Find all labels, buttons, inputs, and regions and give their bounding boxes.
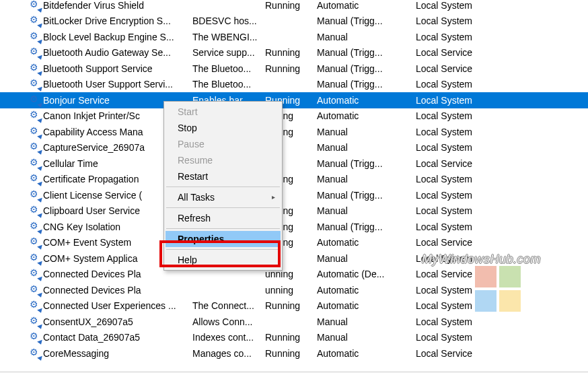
menu-pause[interactable]: Pause [166, 136, 281, 152]
table-row[interactable]: Bluetooth Support ServiceThe Bluetoo...R… [0, 61, 588, 77]
gear-icon [30, 190, 40, 201]
service-startup: Manual (Trigg... [317, 15, 416, 26]
service-logon: Local System [416, 79, 530, 90]
table-row[interactable]: Client License Service (Manual (Trigg...… [0, 187, 588, 203]
context-menu: Start Stop Pause Resume Restart All Task… [163, 101, 283, 271]
service-name: Connected User Experiences ... [43, 300, 192, 311]
service-logon: Local Service [416, 237, 530, 248]
table-row[interactable]: Canon Inkjet Printer/ScunningAutomaticLo… [0, 108, 588, 125]
service-startup: Automatic [317, 237, 416, 248]
service-logon: Local System [416, 110, 530, 121]
table-row[interactable]: Bonjour ServiceEnables har...RunningAuto… [0, 92, 588, 108]
gear-icon [30, 253, 40, 264]
service-status: Running [265, 332, 317, 343]
service-description: Manages co... [192, 348, 265, 359]
menu-start[interactable]: Start [166, 104, 281, 120]
table-row[interactable]: Connected User Experiences ...The Connec… [0, 298, 588, 314]
service-logon: Local Service [416, 269, 530, 279]
table-row[interactable]: Bluetooth User Support Servi...The Bluet… [0, 77, 588, 93]
table-row[interactable]: Connected Devices PlaunningAutomaticLoca… [0, 282, 588, 298]
service-logon: Local System [416, 95, 530, 106]
service-name: ConsentUX_26907a5 [43, 316, 192, 327]
gear-icon [30, 142, 40, 153]
service-startup: Manual (Trigg... [317, 190, 416, 201]
gear-icon [30, 285, 40, 296]
service-logon: Local System [416, 316, 530, 327]
gear-icon [30, 221, 40, 232]
gear-icon [30, 15, 40, 26]
service-logon: Local Service [416, 158, 530, 169]
service-status: Running [265, 348, 317, 359]
services-table[interactable]: Bitdefender Virus ShieldRunningAutomatic… [0, 0, 588, 362]
gear-icon [30, 332, 40, 343]
table-row[interactable]: Block Level Backup Engine S...The WBENGI… [0, 29, 588, 45]
service-startup: Manual [317, 142, 416, 153]
service-name: Bluetooth User Support Servi... [43, 79, 192, 90]
gear-icon [30, 316, 40, 327]
service-description: Indexes cont... [192, 332, 265, 343]
service-status: Running [265, 63, 317, 74]
service-description: BDESVC hos... [192, 15, 265, 26]
service-startup: Automatic (De... [317, 269, 416, 279]
service-name: Bluetooth Support Service [43, 63, 192, 74]
table-row[interactable]: Contact Data_26907a5Indexes cont...Runni… [0, 330, 588, 346]
service-logon: Local System [416, 253, 530, 264]
menu-separator [166, 249, 280, 250]
service-description: The Connect... [192, 300, 265, 311]
table-row[interactable]: Capability Access ManaunningManualLocal … [0, 124, 588, 140]
menu-resume[interactable]: Resume [166, 152, 281, 168]
gear-icon [30, 47, 40, 58]
service-startup: Automatic [317, 0, 416, 11]
table-row[interactable]: COM+ System ApplicaManualLocal System [0, 250, 588, 267]
chevron-right-icon: ▸ [272, 193, 275, 201]
table-row[interactable]: COM+ Event SystemunningAutomaticLocal Se… [0, 235, 588, 251]
service-name: CoreMessaging [43, 348, 192, 359]
table-row[interactable]: Certificate PropagationunningManualLocal… [0, 172, 588, 188]
gear-icon [30, 348, 40, 359]
menu-restart[interactable]: Restart [166, 168, 281, 184]
table-row[interactable]: Clipboard User ServiceunningManualLocal … [0, 203, 588, 219]
menu-separator [166, 207, 280, 208]
service-startup: Manual [317, 174, 416, 184]
table-row[interactable]: CoreMessagingManages co...RunningAutomat… [0, 345, 588, 362]
menu-all-tasks[interactable]: All Tasks ▸ [166, 189, 281, 205]
menu-properties[interactable]: Properties [166, 231, 281, 247]
service-status: Running [265, 47, 317, 58]
service-logon: Local System [416, 221, 530, 232]
table-row[interactable]: ConsentUX_26907a5Allows Conn...ManualLoc… [0, 314, 588, 330]
gear-icon [30, 174, 40, 184]
menu-refresh[interactable]: Refresh [166, 210, 281, 226]
service-name: Block Level Backup Engine S... [43, 32, 192, 42]
service-logon: Local System [416, 332, 530, 343]
service-name: Contact Data_26907a5 [43, 332, 192, 343]
service-name: Bitdefender Virus Shield [43, 0, 192, 11]
table-row[interactable]: Cellular TimeManual (Trigg...Local Servi… [0, 156, 588, 172]
menu-stop[interactable]: Stop [166, 120, 281, 136]
service-startup: Manual [317, 127, 416, 137]
service-description: The Bluetoo... [192, 63, 265, 74]
table-row[interactable]: BitLocker Drive Encryption S...BDESVC ho… [0, 13, 588, 30]
table-row[interactable]: Bitdefender Virus ShieldRunningAutomatic… [0, 0, 588, 13]
service-startup: Manual [317, 332, 416, 343]
service-logon: Local System [416, 127, 530, 137]
service-startup: Automatic [317, 348, 416, 359]
table-row[interactable]: Connected Devices PlaunningAutomatic (De… [0, 267, 588, 283]
service-logon: Local System [416, 205, 530, 216]
service-startup: Automatic [317, 110, 416, 121]
table-row[interactable]: CaptureService_26907aManualLocal System [0, 140, 588, 156]
gear-icon [30, 300, 40, 311]
service-startup: Manual [317, 205, 416, 216]
gear-icon [30, 0, 40, 11]
service-startup: Manual [317, 32, 416, 42]
service-description: Service supp... [192, 47, 265, 58]
gear-icon [30, 269, 40, 279]
service-description: The Bluetoo... [192, 79, 265, 90]
gear-icon [30, 127, 40, 137]
service-logon: Local System [416, 32, 530, 42]
gear-icon [30, 110, 40, 121]
table-row[interactable]: Bluetooth Audio Gateway Se...Service sup… [0, 45, 588, 61]
service-startup: Manual (Trigg... [317, 63, 416, 74]
service-logon: Local System [416, 190, 530, 201]
menu-help[interactable]: Help [166, 252, 281, 268]
table-row[interactable]: CNG Key IsolationunningManual (Trigg...L… [0, 219, 588, 235]
